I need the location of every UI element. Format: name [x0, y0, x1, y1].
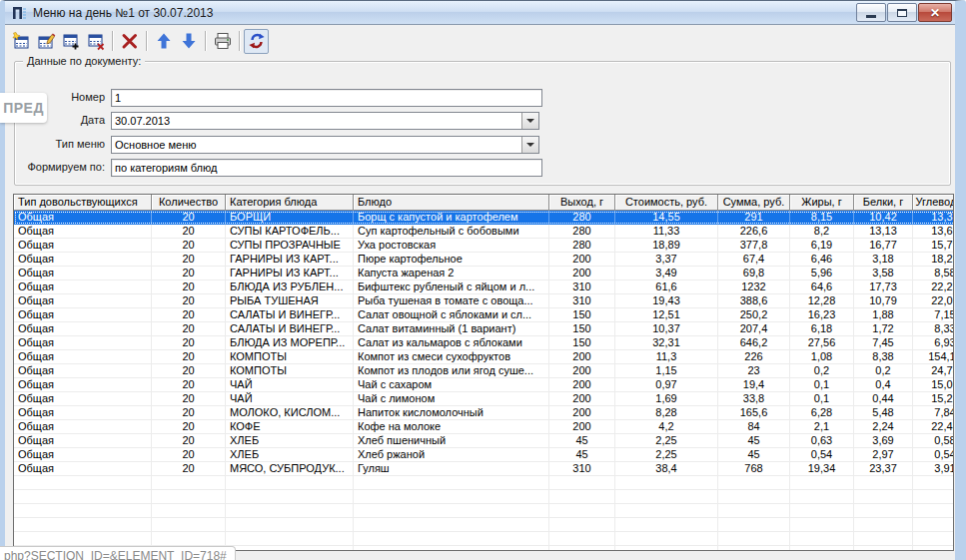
table-row[interactable]: Общая20БЛЮДА ИЗ МОРЕПР...Салат из кальма… — [14, 336, 954, 350]
table-cell: Общая — [14, 280, 152, 294]
title-bar[interactable]: Меню на день №1 от 30.07.2013 ✕ — [5, 1, 955, 25]
table-cell: 200 — [549, 253, 615, 267]
refresh-button[interactable] — [244, 29, 269, 54]
browser-status-bubble: php?SECTION_ID=&ELEMENT_ID=718# — [0, 546, 236, 560]
table-cell — [549, 490, 615, 504]
table-cell: 27,56 — [790, 336, 854, 350]
column-header[interactable]: Жиры, г — [790, 195, 854, 211]
table-row[interactable]: Общая20СУПЫ ПРОЗРАЧНЫЕУха ростовская2801… — [14, 239, 954, 253]
table-cell: 7,45 — [854, 336, 913, 350]
move-down-button[interactable] — [176, 29, 201, 54]
edit-record-button[interactable] — [33, 29, 58, 54]
date-combobox[interactable] — [111, 112, 539, 130]
print-button[interactable] — [210, 29, 235, 54]
column-header[interactable]: Тип довольствующихся — [14, 195, 152, 211]
table-row[interactable]: Общая20МЯСО, СУБПРОДУК...Гуляш31038,4768… — [14, 462, 954, 476]
date-combobox-dropdown-button[interactable] — [521, 113, 538, 129]
column-header[interactable]: Стоимость, руб. — [615, 195, 718, 211]
table-cell — [14, 532, 152, 546]
table-row[interactable]: Общая20КОФЕКофе на молоке2004,2842,12,24… — [14, 420, 954, 434]
table-cell — [354, 546, 549, 551]
table-row[interactable]: Общая20РЫБА ТУШЕНАЯРыба тушеная в томате… — [14, 294, 954, 308]
column-header[interactable]: Сумма, руб. — [718, 195, 790, 211]
table-cell: ХЛЕБ — [226, 434, 354, 448]
toolbar-separator — [146, 31, 147, 51]
table-cell: Общая — [14, 378, 152, 392]
column-header[interactable]: Категория блюда — [226, 195, 354, 211]
table-cell: СУПЫ ПРОЗРАЧНЫЕ — [226, 239, 354, 253]
table-row[interactable]: Общая20ЧАЙЧай с сахаром2000,9719,40,10,4… — [14, 378, 954, 392]
new-record-button[interactable] — [8, 29, 33, 54]
table-cell: 200 — [549, 267, 615, 280]
move-up-button[interactable] — [151, 29, 176, 54]
table-cell: 1,15 — [615, 364, 718, 378]
column-header[interactable]: Выход, г — [549, 195, 615, 211]
empty-table-row — [14, 504, 954, 518]
table-cell: 3,58 — [854, 267, 913, 280]
table-cell: 3,69 — [854, 434, 913, 448]
table-row[interactable]: Общая20САЛАТЫ И ВИНЕГР...Салат овощной с… — [14, 308, 954, 322]
table-cell: 0,54 — [913, 448, 954, 462]
column-header[interactable]: Белки, г — [854, 195, 913, 211]
print-icon — [213, 31, 233, 51]
edit-record-icon — [36, 31, 56, 51]
table-row[interactable]: Общая20САЛАТЫ И ВИНЕГР...Салат витаминны… — [14, 322, 954, 336]
table-cell: 8,58 — [913, 267, 954, 280]
table-cell — [354, 490, 549, 504]
delete-row-button[interactable] — [83, 29, 108, 54]
table-cell: 2,1 — [790, 420, 854, 434]
close-button[interactable]: ✕ — [918, 3, 952, 22]
table-cell: 20 — [152, 420, 226, 434]
table-cell — [854, 504, 913, 518]
menu-type-label: Тип меню — [15, 138, 105, 150]
column-header[interactable]: Количество — [152, 195, 226, 211]
table-row[interactable]: Общая20ЧАЙЧай с лимоном2001,6933,80,10,4… — [14, 392, 954, 406]
table-cell: 1,69 — [615, 392, 718, 406]
table-row[interactable]: Общая20ХЛЕБХлеб ржаной452,25450,542,970,… — [14, 448, 954, 462]
table-row[interactable]: Общая20СУПЫ КАРТОФЕЛЬ...Суп картофельный… — [14, 225, 954, 239]
add-row-button[interactable] — [58, 29, 83, 54]
minimize-button[interactable] — [856, 3, 886, 22]
table-cell — [354, 476, 549, 490]
table-row[interactable]: Общая20КОМПОТЫКомпот из смеси сухофрукто… — [14, 350, 954, 364]
table-cell: 20 — [152, 406, 226, 420]
table-row[interactable]: Общая20ХЛЕБХлеб пшеничный452,25450,633,6… — [14, 434, 954, 448]
table-cell: 20 — [152, 239, 226, 253]
number-input[interactable] — [111, 89, 542, 107]
table-row[interactable]: Общая20ГАРНИРЫ ИЗ КАРТ...Капуста жареная… — [14, 267, 954, 280]
table-row[interactable]: Общая20МОЛОКО, КИСЛОМ...Напиток кисломол… — [14, 406, 954, 420]
table-cell: 7,15 — [913, 308, 954, 322]
table-cell: 154,18 — [913, 350, 954, 364]
menu-type-combobox-input[interactable] — [112, 137, 521, 153]
table-row[interactable]: Общая20БЛЮДА ИЗ РУБЛЕН...Бифштекс рублен… — [14, 280, 954, 294]
table-cell — [718, 518, 790, 532]
table-cell: 6,19 — [790, 239, 854, 253]
menu-type-combobox[interactable] — [111, 136, 539, 154]
table-cell: 646,2 — [718, 336, 790, 350]
column-header[interactable]: Блюдо — [354, 195, 549, 211]
table-cell: Общая — [14, 462, 152, 476]
add-row-icon — [61, 31, 81, 51]
table-row[interactable]: Общая20ГАРНИРЫ ИЗ КАРТ...Пюре картофельн… — [14, 253, 954, 267]
table-row[interactable]: Общая20КОМПОТЫКомпот из плодов или ягод … — [14, 364, 954, 378]
table-cell: 20 — [152, 267, 226, 280]
table-cell: КОМПОТЫ — [226, 364, 354, 378]
table-cell: 69,8 — [718, 267, 790, 280]
menu-type-combobox-dropdown-button[interactable] — [521, 137, 538, 153]
table-cell — [913, 490, 954, 504]
table-cell — [226, 476, 354, 490]
date-combobox-input[interactable] — [112, 113, 521, 129]
delete-document-button[interactable] — [117, 29, 142, 54]
table-cell: 1,08 — [790, 350, 854, 364]
table-cell: 388,6 — [718, 294, 790, 308]
table-cell: 23 — [718, 364, 790, 378]
column-header[interactable]: Углеводы, г — [913, 195, 954, 211]
table-cell: 200 — [549, 420, 615, 434]
maximize-button[interactable] — [887, 3, 917, 22]
form-by-input[interactable] — [111, 159, 542, 177]
table-cell: Напиток кисломолочный — [354, 406, 549, 420]
prev-overlay-button[interactable]: ПРЕД — [0, 93, 47, 123]
table-row[interactable]: Общая20БОРЩИБорщ с капустой и картофелем… — [14, 211, 954, 225]
table-cell: 310 — [549, 294, 615, 308]
table-cell — [14, 504, 152, 518]
